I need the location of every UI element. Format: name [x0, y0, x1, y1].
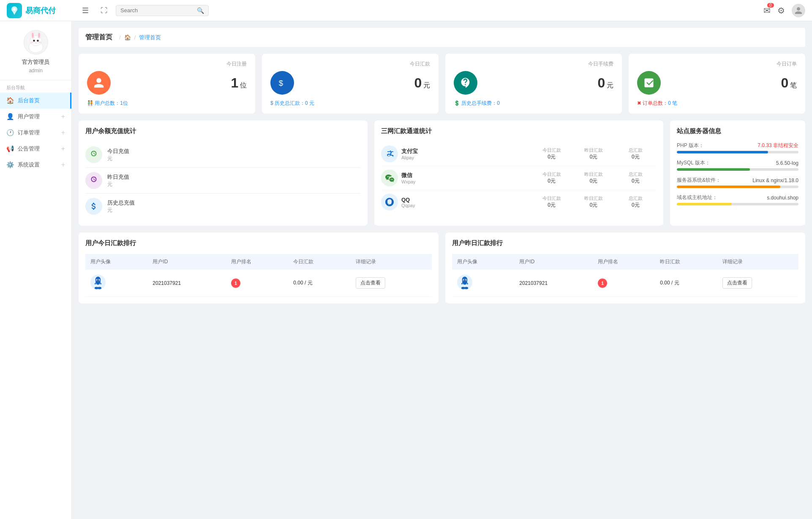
col-detail-today: 详细记录 — [351, 254, 432, 270]
balance-yesterday-amount: 元 — [107, 181, 361, 188]
yesterday-avatar-cell — [452, 270, 514, 297]
sidebar-item-orders[interactable]: 🕐 订单管理 + — [0, 125, 71, 141]
alipay-total-val: 0元 — [615, 153, 657, 161]
notification-badge: 0 — [767, 3, 774, 8]
col-rank-today: 用户排名 — [226, 254, 288, 270]
server-mysql-bar — [677, 168, 798, 171]
wechat-yesterday-label: 昨日汇款 — [572, 171, 614, 178]
col-amount-today: 今日汇款 — [288, 254, 350, 270]
user-role: admin — [4, 68, 67, 74]
stat-value-3: 0 — [781, 75, 789, 90]
qq-total-label: 总汇款 — [615, 195, 657, 202]
stat-unit-3: 笔 — [790, 82, 797, 89]
alipay-logo — [381, 145, 398, 162]
col-avatar-today: 用户头像 — [85, 254, 147, 270]
yesterday-view-button[interactable]: 点击查看 — [722, 277, 752, 289]
orders-plus-icon[interactable]: + — [61, 129, 65, 137]
stat-card-fees: 今日手续费 0 元 💲 历史总手续费：0 — [445, 54, 622, 114]
col-detail-yesterday: 详细记录 — [717, 254, 798, 270]
orders-icon: 🕐 — [6, 129, 14, 137]
wechat-total-label: 总汇款 — [615, 171, 657, 178]
balance-icon-yesterday — [85, 172, 102, 189]
balance-stats-title: 用户余额充值统计 — [85, 127, 361, 135]
yesterday-ranking-header-row: 用户头像 用户ID 用户排名 昨日汇款 详细记录 — [452, 254, 798, 270]
svg-point-20 — [98, 280, 99, 281]
qq-yesterday-label: 昨日汇款 — [572, 195, 614, 202]
breadcrumb-current: 管理首页 — [139, 34, 161, 41]
main-content: 管理首页 / 🏠 / 管理首页 今日注册 1 位 — [72, 21, 812, 519]
wechat-yesterday-val: 0元 — [572, 178, 614, 185]
alipay-name: 支付宝 — [401, 148, 527, 155]
sidebar-item-announcements[interactable]: 📢 公告管理 + — [0, 141, 71, 157]
yesterday-detail-cell: 点击查看 — [717, 270, 798, 297]
balance-today-name: 今日充值 — [107, 148, 361, 155]
stat-card-registration: 今日注册 1 位 🧑‍🤝‍🧑 用户总数：1位 — [79, 54, 255, 114]
server-php-bar — [677, 151, 798, 153]
notification-icon[interactable]: ✉ 0 — [763, 5, 771, 16]
server-os-fill — [677, 186, 780, 188]
nav-label: 后台导航 — [0, 80, 71, 93]
settings-plus-icon[interactable]: + — [61, 161, 65, 169]
stat-card-label-2: 今日手续费 — [454, 60, 613, 68]
balance-yesterday-name: 昨日充值 — [107, 173, 361, 181]
server-mysql-fill — [677, 168, 750, 171]
users-plus-icon[interactable]: + — [61, 113, 65, 120]
announcements-plus-icon[interactable]: + — [61, 145, 65, 153]
channel-wechat: 微信 Wxpay 今日汇款 0元 昨日汇款 0元 总汇款 — [381, 166, 657, 190]
search-icon[interactable]: 🔍 — [197, 7, 204, 14]
balance-today-amount: 元 — [107, 155, 361, 162]
server-domain-value: s.douhui.shop — [767, 195, 798, 201]
svg-point-26 — [463, 280, 464, 281]
balance-item-today: 今日充值 元 — [85, 142, 361, 168]
sidebar-item-settings[interactable]: ⚙️ 系统设置 + — [0, 157, 71, 173]
wechat-total-val: 0元 — [615, 178, 657, 185]
sidebar: 官方管理员 admin 后台导航 🏠 后台首页 👤 用户管理 + 🕐 订单管理 … — [0, 21, 72, 519]
balance-stats-card: 用户余额充值统计 今日充值 元 — [79, 120, 368, 226]
col-userid-yesterday: 用户ID — [514, 254, 593, 270]
channel-stats-title: 三网汇款通道统计 — [381, 127, 657, 135]
today-ranking-header-row: 用户头像 用户ID 用户排名 今日汇款 详细记录 — [85, 254, 432, 270]
today-rank-cell: 1 — [226, 270, 288, 297]
svg-point-0 — [13, 8, 16, 11]
svg-point-10 — [35, 42, 36, 43]
today-view-button[interactable]: 点击查看 — [356, 277, 385, 289]
search-input[interactable] — [120, 7, 197, 14]
server-domain-label: 域名或主机地址： — [677, 194, 717, 201]
breadcrumb-home-icon[interactable]: 🏠 — [124, 34, 131, 41]
sidebar-item-dashboard[interactable]: 🏠 后台首页 — [0, 93, 71, 109]
stat-card-label-0: 今日注册 — [87, 60, 247, 68]
user-info: 官方管理员 admin — [0, 21, 71, 80]
svg-point-8 — [33, 40, 35, 42]
user-avatar-header[interactable] — [792, 4, 805, 17]
qq-yesterday-val: 0元 — [572, 202, 614, 209]
yesterday-ranking-table: 用户头像 用户ID 用户排名 昨日汇款 详细记录 — [452, 254, 798, 297]
bottom-section: 用户今日汇款排行 用户头像 用户ID 用户排名 今日汇款 详细记录 — [79, 232, 805, 303]
expand-icon[interactable]: ⛶ — [97, 5, 111, 16]
user-name: 官方管理员 — [4, 58, 67, 66]
balance-total-amount: 元 — [107, 207, 361, 214]
stat-icon-orders — [637, 71, 661, 95]
channel-qq: QQ Qqpay 今日汇款 0元 昨日汇款 0元 总汇款 — [381, 190, 657, 214]
server-os-label: 服务器系统&软件： — [677, 177, 721, 184]
stat-card-label-1: 今日汇款 — [270, 60, 430, 68]
server-os-bar — [677, 186, 798, 188]
wechat-today-label: 今日汇款 — [531, 171, 572, 178]
header: 易商代付 ☰ ⛶ 🔍 ✉ 0 ⚙ — [0, 0, 812, 21]
server-domain-fill — [677, 203, 732, 205]
col-amount-yesterday: 昨日汇款 — [655, 254, 717, 270]
yesterday-ranking-row-0: 2021037921 1 0.00 / 元 点击查看 — [452, 270, 798, 297]
alipay-sub: Alipay — [401, 155, 527, 160]
hamburger-icon[interactable]: ☰ — [79, 4, 92, 17]
users-icon: 👤 — [6, 113, 14, 120]
stat-footer-2: 💲 历史总手续费：0 — [454, 100, 613, 107]
server-info-card: 站点服务器信息 PHP 版本： 7.0.33 非结程安全 MySQL 版本： 5… — [670, 120, 805, 226]
settings-icon[interactable]: ⚙ — [777, 5, 785, 16]
server-domain: 域名或主机地址： s.douhui.shop — [677, 194, 798, 205]
sidebar-item-users[interactable]: 👤 用户管理 + — [0, 109, 71, 125]
svg-point-6 — [32, 33, 34, 38]
stat-value-1: 0 — [414, 75, 422, 90]
server-mysql: MySQL 版本： 5.6.50-log — [677, 159, 798, 171]
logo-icon — [7, 3, 22, 18]
qq-today-val: 0元 — [531, 202, 572, 209]
balance-icon-today — [85, 146, 102, 163]
